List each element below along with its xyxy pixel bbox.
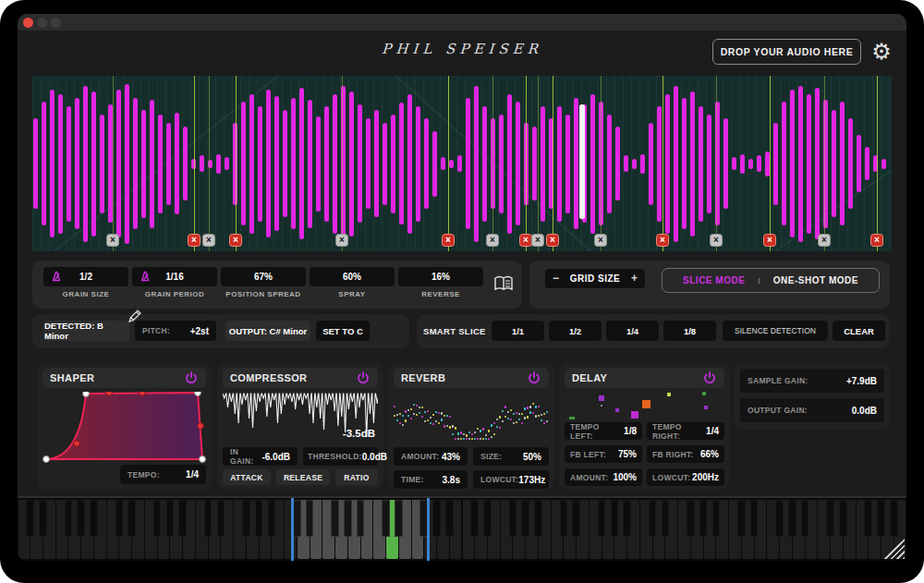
slice-delete-button[interactable]: × [594, 234, 607, 247]
grid-size-minus-button[interactable]: − [553, 272, 559, 285]
black-key[interactable] [623, 500, 631, 537]
output-gain-control[interactable]: OUTPUT GAIN: 0.0dB [740, 398, 884, 422]
black-key[interactable] [801, 500, 809, 537]
black-key[interactable] [470, 500, 479, 537]
slice-delete-button[interactable]: × [763, 234, 776, 247]
slice-delete-button[interactable]: × [546, 234, 559, 247]
black-key[interactable] [395, 500, 403, 537]
black-key[interactable] [153, 500, 162, 537]
shaper-tempo-control[interactable]: TEMPO: 1/4 [120, 465, 206, 484]
black-key[interactable] [662, 500, 670, 537]
spray-value[interactable]: 60% [310, 267, 395, 286]
set-to-c-button[interactable]: SET TO C [316, 321, 370, 341]
black-key[interactable] [572, 500, 580, 537]
slice-delete-button[interactable]: × [106, 234, 119, 247]
smart-slice-1-8-button[interactable]: 1/8 [663, 321, 716, 341]
power-icon[interactable] [702, 370, 717, 385]
sample-gain-control[interactable]: SAMPLE GAIN: +7.9dB [740, 369, 884, 393]
black-key[interactable] [344, 500, 352, 537]
envelope-node[interactable] [195, 392, 201, 395]
black-key[interactable] [306, 500, 314, 537]
gear-icon[interactable]: ⚙ [869, 39, 894, 65]
attack-button[interactable]: ATTACK [223, 469, 271, 485]
black-key[interactable] [483, 500, 492, 537]
black-key[interactable] [293, 500, 301, 537]
black-key[interactable] [737, 500, 746, 537]
envelope-node[interactable] [43, 456, 50, 463]
slice-mode-button[interactable]: SLICE MODE [683, 275, 745, 285]
grid-size-plus-button[interactable]: + [631, 272, 638, 285]
delay-lowcut-control[interactable]: LOWCUT: 200Hz [647, 468, 724, 486]
slice-delete-button[interactable]: × [442, 234, 455, 247]
minimize-window-button[interactable] [37, 18, 47, 28]
delay-tempo-right-control[interactable]: TEMPO RIGHT: 1/4 [647, 422, 724, 440]
black-key[interactable] [77, 500, 85, 537]
clear-button[interactable]: CLEAR [833, 321, 885, 341]
black-key[interactable] [382, 500, 390, 537]
smart-slice-1-1-button[interactable]: 1/1 [492, 321, 544, 341]
black-key[interactable] [649, 500, 657, 537]
grain-period-value[interactable]: 1/16 [132, 267, 217, 286]
black-key[interactable] [864, 500, 872, 537]
reverb-time-control[interactable]: TIME: 3.8s [394, 470, 468, 489]
release-button[interactable]: RELEASE [276, 469, 330, 485]
black-key[interactable] [331, 500, 339, 537]
envelope-node[interactable] [106, 392, 113, 395]
close-window-button[interactable] [23, 18, 33, 28]
power-icon[interactable] [356, 370, 371, 385]
black-key[interactable] [839, 500, 847, 537]
slice-delete-button[interactable]: × [870, 234, 883, 247]
zoom-window-button[interactable] [51, 18, 61, 28]
slice-delete-button[interactable]: × [486, 234, 499, 247]
in-gain-control[interactable]: IN GAIN: -6.0dB [223, 447, 298, 466]
slice-delete-button[interactable]: × [519, 234, 532, 247]
pitch-control[interactable]: PITCH: +2st [135, 321, 216, 341]
black-key[interactable] [204, 500, 213, 537]
slice-delete-button[interactable]: × [202, 234, 215, 247]
black-key[interactable] [788, 500, 796, 537]
black-key[interactable] [877, 500, 885, 537]
piano-keyboard[interactable] [18, 496, 906, 561]
black-key[interactable] [116, 500, 124, 537]
black-key[interactable] [826, 500, 834, 537]
position-spread-value[interactable]: 67% [221, 267, 306, 286]
envelope-node[interactable] [200, 456, 206, 463]
black-key[interactable] [268, 500, 276, 537]
black-key[interactable] [217, 500, 225, 537]
black-key[interactable] [178, 500, 187, 537]
black-key[interactable] [166, 500, 175, 537]
black-key[interactable] [128, 500, 136, 537]
delay-tempo-left-control[interactable]: TEMPO LEFT: 1/8 [565, 422, 642, 440]
shaper-envelope[interactable] [43, 392, 206, 464]
reverb-amount-control[interactable]: AMOUNT: 43% [394, 447, 468, 466]
black-key[interactable] [775, 500, 784, 537]
slice-delete-button[interactable]: × [531, 234, 544, 247]
waveform-display[interactable]: ×××××××××××××××× [32, 76, 892, 251]
envelope-node[interactable] [74, 441, 80, 447]
black-key[interactable] [750, 500, 759, 537]
black-key[interactable] [445, 500, 454, 537]
reverse-value[interactable]: 16% [398, 267, 483, 286]
slice-delete-button[interactable]: × [656, 234, 669, 247]
delay-fb-right-control[interactable]: FB RIGHT: 66% [647, 445, 724, 463]
silence-detection-button[interactable]: SILENCE DETECTION [723, 321, 828, 341]
ratio-button[interactable]: RATIO [335, 469, 378, 485]
grain-size-value[interactable]: 1/2 [43, 267, 128, 286]
reverb-lowcut-control[interactable]: LOWCUT: 173Hz [473, 470, 549, 489]
one-shot-mode-button[interactable]: ONE-SHOT MODE [773, 275, 858, 285]
black-key[interactable] [26, 500, 34, 537]
black-key[interactable] [560, 500, 568, 537]
black-key[interactable] [255, 500, 263, 537]
delay-amount-control[interactable]: AMOUNT: 100% [565, 468, 642, 486]
black-key[interactable] [699, 500, 708, 537]
black-key[interactable] [65, 500, 73, 537]
slice-delete-button[interactable]: × [335, 234, 348, 247]
black-key[interactable] [39, 500, 47, 537]
envelope-node[interactable] [140, 392, 146, 395]
key-range-marker[interactable] [427, 498, 430, 561]
slice-delete-button[interactable]: × [818, 234, 831, 247]
black-key[interactable] [432, 500, 441, 537]
black-key[interactable] [357, 500, 365, 537]
black-key[interactable] [509, 500, 517, 537]
reverb-size-control[interactable]: SIZE: 50% [473, 447, 549, 466]
